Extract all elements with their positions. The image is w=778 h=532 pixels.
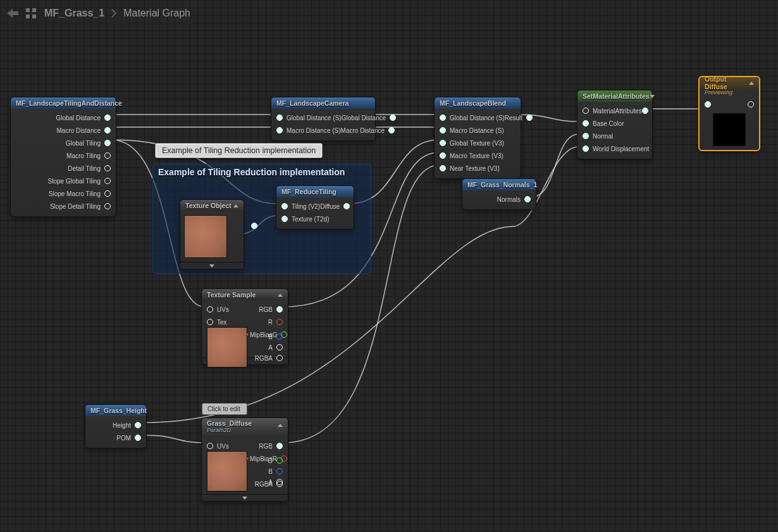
node-landscape-tiling-distance[interactable]: MF_LandscapeTilingAndDistance Global Dis… [10, 97, 116, 217]
pin-label: R [268, 319, 273, 326]
node-title-text: SetMaterialAttributes [583, 92, 650, 100]
output-pin[interactable] [104, 127, 111, 133]
output-pin[interactable] [104, 203, 111, 209]
output-pin[interactable] [748, 101, 754, 108]
output-pin[interactable] [276, 468, 283, 474]
input-pin[interactable] [583, 133, 589, 139]
pin-label: World Displacement [593, 145, 649, 152]
output-pin[interactable] [276, 306, 283, 312]
pin-label: Global Distance [342, 114, 386, 121]
node-title[interactable]: SetMaterialAttributes [577, 90, 652, 102]
output-pin[interactable] [276, 457, 283, 464]
input-pin[interactable] [440, 152, 446, 159]
output-pin[interactable] [526, 114, 533, 121]
input-pin[interactable] [705, 101, 711, 108]
texture-preview [184, 215, 227, 258]
chevron-up-icon[interactable] [749, 82, 754, 85]
output-pin[interactable] [104, 190, 111, 197]
output-pin[interactable] [104, 165, 111, 171]
output-pin[interactable] [276, 443, 283, 449]
breadcrumb-page: Material Graph [123, 8, 190, 19]
back-arrow-icon[interactable] [6, 8, 19, 18]
node-landscape-camera[interactable]: MF_LandscapeCamera Global Distance (S) G… [271, 97, 376, 141]
node-title: MF_Grass_Height [85, 405, 146, 416]
pin-label: A [268, 344, 273, 351]
node-title: Texture Sample [202, 289, 288, 300]
input-pin[interactable] [440, 127, 446, 133]
pin-label: UVs [217, 443, 229, 450]
output-pin[interactable] [104, 178, 111, 184]
output-pin[interactable] [104, 114, 111, 121]
pin-label: Slope Detail Tiling [50, 203, 101, 210]
collapse-bar[interactable] [202, 494, 288, 501]
pin-label: Slope Macro Tiling [49, 190, 101, 197]
node-output-diffuse[interactable]: Output Diffuse Previewing [698, 76, 760, 151]
input-pin[interactable] [207, 443, 213, 449]
pin-label: Global Distance (S) [287, 114, 342, 121]
output-pin[interactable] [524, 196, 531, 202]
input-pin[interactable] [440, 140, 446, 146]
output-pin[interactable] [642, 108, 648, 114]
output-pin[interactable] [276, 333, 283, 340]
input-pin[interactable] [440, 114, 446, 121]
output-pin[interactable] [343, 203, 350, 209]
input-pin[interactable] [276, 127, 283, 133]
output-pin[interactable] [251, 223, 257, 229]
pin-label: Slope Global Tiling [48, 178, 101, 185]
pin-label: Macro Distance [341, 127, 385, 134]
wire-layer: ( [0, 0, 778, 532]
node-title-text: Grass_Diffuse [207, 419, 252, 427]
node-grass-normals[interactable]: MF_Grass_Normals_1 Normals [462, 178, 536, 210]
output-pin[interactable] [276, 344, 283, 350]
pin-label: Macro Tiling [66, 152, 101, 159]
input-pin[interactable] [207, 319, 213, 325]
node-name-input[interactable]: Click to edit [202, 403, 247, 415]
input-pin[interactable] [276, 114, 283, 121]
pin-label: Global Tiling [66, 140, 101, 147]
output-pin[interactable] [135, 435, 141, 441]
chevron-up-icon[interactable] [278, 294, 283, 297]
output-pin[interactable] [276, 355, 283, 361]
node-reduce-tiling[interactable]: MF_ReduceTiling Tiling (V2) Diffuse Text… [276, 185, 354, 230]
asset-icon [25, 8, 38, 18]
input-pin[interactable] [583, 120, 589, 127]
node-set-material-attributes[interactable]: SetMaterialAttributes MaterialAttributes… [577, 90, 653, 159]
pin-label: Macro Distance [57, 127, 101, 134]
svg-rect-0 [26, 8, 30, 12]
output-pin[interactable] [135, 422, 141, 428]
breadcrumb-asset[interactable]: MF_Grass_1 [44, 8, 104, 19]
input-pin[interactable] [440, 165, 446, 171]
collapse-bar[interactable] [180, 262, 244, 269]
node-grass-height[interactable]: MF_Grass_Height Height POM [85, 404, 147, 448]
pin-label: Normals [497, 196, 521, 203]
input-pin[interactable] [583, 108, 589, 114]
pin-label: Macro Texture (V3) [450, 152, 503, 159]
node-landscape-blend[interactable]: MF_LandscapeBlend Global Distance (S) Re… [434, 97, 521, 179]
svg-rect-2 [26, 15, 30, 18]
pin-label: Macro Distance (S) [287, 127, 341, 134]
input-pin[interactable] [207, 306, 213, 312]
node-grass-diffuse[interactable]: Grass_Diffuse Param2D UVsRGB Apply View … [201, 418, 288, 502]
output-pin[interactable] [276, 481, 283, 487]
pin-label: B [268, 333, 273, 340]
chevron-up-icon[interactable] [233, 204, 238, 207]
output-preview [713, 113, 746, 146]
node-texture-object[interactable]: Texture Object [180, 199, 244, 269]
input-pin[interactable] [583, 145, 589, 152]
node-title: MF_ReduceTiling [276, 186, 354, 197]
output-pin[interactable] [390, 114, 396, 121]
chevron-down-icon[interactable] [650, 95, 655, 98]
svg-rect-3 [32, 15, 36, 18]
pin-label: B [268, 468, 273, 475]
material-graph-canvas[interactable]: MF_Grass_1 Material Graph ( MF_Landscape… [0, 0, 778, 532]
node-texture-sample[interactable]: Texture Sample UVsRGB TexR Apply View Mi… [201, 288, 288, 365]
chevron-up-icon[interactable] [278, 419, 283, 427]
output-pin[interactable] [388, 127, 395, 133]
pin-label: Global Distance [56, 114, 101, 121]
input-pin[interactable] [281, 203, 288, 209]
output-pin[interactable] [104, 140, 111, 146]
output-pin[interactable] [104, 152, 111, 159]
output-pin[interactable] [276, 319, 283, 325]
input-pin[interactable] [281, 216, 288, 222]
comment-title[interactable]: Example of Tiling Reduction implementati… [153, 164, 371, 180]
